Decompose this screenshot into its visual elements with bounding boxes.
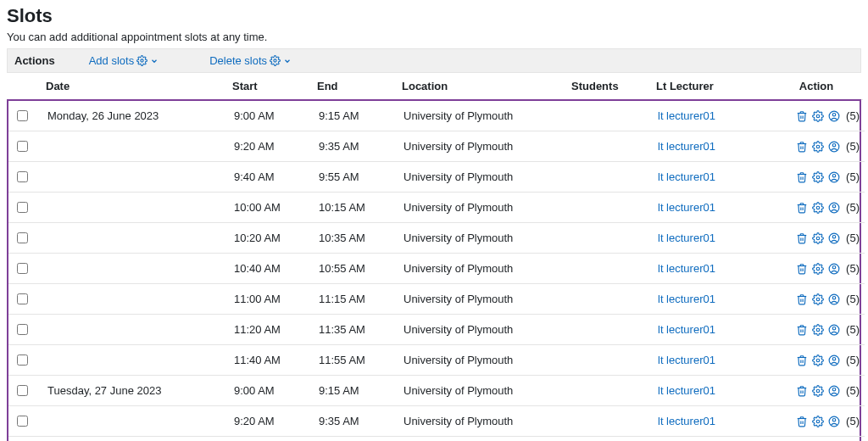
user-circle-icon[interactable] (828, 171, 840, 183)
row-checkbox[interactable] (17, 110, 28, 121)
gear-icon[interactable] (812, 416, 824, 427)
cell-location: University of Plymouth (398, 406, 568, 437)
user-circle-icon[interactable] (828, 232, 840, 244)
delete-slots-link[interactable]: Delete slots (209, 54, 292, 67)
user-circle-icon[interactable] (828, 354, 840, 366)
user-circle-icon[interactable] (828, 263, 840, 275)
user-circle-icon[interactable] (828, 416, 840, 427)
cell-location: University of Plymouth (398, 101, 568, 131)
cell-end: 11:55 AM (314, 345, 398, 376)
user-circle-icon[interactable] (828, 385, 840, 397)
cell-start: 11:20 AM (229, 315, 314, 345)
cell-lecturer-link[interactable]: lt lecturer01 (653, 315, 771, 345)
row-checkbox[interactable] (17, 202, 28, 213)
cell-lecturer-link[interactable]: lt lecturer01 (653, 162, 771, 193)
cell-date: Monday, 26 June 2023 (42, 101, 229, 131)
action-cell: (5) (776, 140, 860, 153)
svg-point-28 (832, 357, 836, 360)
row-checkbox[interactable] (17, 385, 28, 396)
cell-end: 9:35 AM (314, 131, 398, 162)
cell-lecturer-link[interactable]: lt lecturer01 (653, 254, 771, 284)
slot-count: (5) (846, 232, 860, 244)
slots-table-body: Monday, 26 June 20239:00 AM9:15 AMUniver… (8, 101, 865, 441)
page-subtitle: You can add additional appointment slots… (7, 31, 861, 43)
cell-location: University of Plymouth (398, 131, 568, 162)
svg-point-5 (816, 145, 820, 148)
row-checkbox[interactable] (17, 416, 28, 427)
cell-lecturer-link[interactable]: lt lecturer01 (653, 284, 771, 315)
cell-date (42, 162, 229, 193)
user-circle-icon[interactable] (828, 110, 840, 122)
gear-icon (270, 55, 281, 66)
trash-icon[interactable] (796, 324, 808, 336)
page-title: Slots (7, 5, 861, 27)
user-circle-icon[interactable] (828, 293, 840, 305)
cell-date (42, 284, 229, 315)
cell-start: 9:20 AM (229, 406, 314, 437)
slot-count: (5) (846, 109, 860, 122)
trash-icon[interactable] (796, 232, 808, 244)
cell-lecturer-link[interactable]: lt lecturer01 (653, 406, 771, 437)
cell-location: University of Plymouth (398, 376, 568, 406)
gear-icon[interactable] (812, 110, 824, 122)
action-cell: (5) (776, 170, 860, 183)
trash-icon[interactable] (796, 171, 808, 183)
add-slots-link[interactable]: Add slots (89, 54, 159, 67)
add-slots-label: Add slots (89, 54, 134, 67)
cell-start: 10:00 AM (229, 193, 314, 223)
trash-icon[interactable] (796, 354, 808, 366)
gear-icon (136, 55, 147, 66)
cell-date (42, 254, 229, 284)
cell-students (568, 406, 653, 437)
gear-icon[interactable] (812, 202, 824, 214)
cell-lecturer-link[interactable]: lt lecturer01 (653, 101, 771, 131)
cell-start: 9:40 AM (229, 162, 314, 193)
gear-icon[interactable] (812, 263, 824, 275)
cell-lecturer-link[interactable]: lt lecturer01 (653, 376, 771, 406)
cell-end: 10:55 AM (314, 254, 398, 284)
row-checkbox[interactable] (17, 141, 28, 152)
cell-location: University of Plymouth (398, 223, 568, 254)
trash-icon[interactable] (796, 202, 808, 214)
cell-lecturer-link[interactable]: lt lecturer01 (653, 193, 771, 223)
user-circle-icon[interactable] (828, 202, 840, 214)
row-checkbox[interactable] (17, 232, 28, 243)
cell-location: University of Plymouth (398, 315, 568, 345)
table-row: 11:00 AM11:15 AMUniversity of Plymouthlt… (8, 284, 865, 315)
gear-icon[interactable] (812, 354, 824, 366)
gear-icon[interactable] (812, 293, 824, 305)
trash-icon[interactable] (796, 141, 808, 153)
cell-lecturer-link[interactable]: lt lecturer01 (653, 131, 771, 162)
row-checkbox[interactable] (17, 354, 28, 366)
cell-lecturer-link[interactable]: lt lecturer01 (653, 345, 771, 376)
cell-students (568, 193, 653, 223)
user-circle-icon[interactable] (828, 324, 840, 336)
slot-count: (5) (846, 201, 860, 214)
row-checkbox[interactable] (17, 263, 28, 274)
cell-location: University of Plymouth (398, 162, 568, 193)
user-circle-icon[interactable] (828, 141, 840, 153)
trash-icon[interactable] (796, 385, 808, 397)
row-checkbox[interactable] (17, 324, 28, 335)
trash-icon[interactable] (796, 416, 808, 427)
gear-icon[interactable] (812, 171, 824, 183)
gear-icon[interactable] (812, 232, 824, 244)
trash-icon[interactable] (796, 293, 808, 305)
gear-icon[interactable] (812, 141, 824, 153)
gear-icon[interactable] (812, 385, 824, 397)
row-checkbox[interactable] (17, 171, 28, 182)
cell-lecturer-link[interactable]: lt lecturer01 (653, 437, 771, 442)
col-start: Start (227, 73, 312, 100)
cell-end: 11:35 AM (314, 315, 398, 345)
svg-point-23 (816, 328, 820, 332)
cell-location: University of Plymouth (398, 437, 568, 442)
trash-icon[interactable] (796, 110, 808, 122)
svg-point-2 (816, 114, 820, 118)
trash-icon[interactable] (796, 263, 808, 275)
svg-point-22 (832, 296, 836, 299)
gear-icon[interactable] (812, 324, 824, 336)
row-checkbox[interactable] (17, 293, 28, 304)
cell-date (42, 345, 229, 376)
cell-lecturer-link[interactable]: lt lecturer01 (653, 223, 771, 254)
slot-count: (5) (846, 293, 860, 305)
